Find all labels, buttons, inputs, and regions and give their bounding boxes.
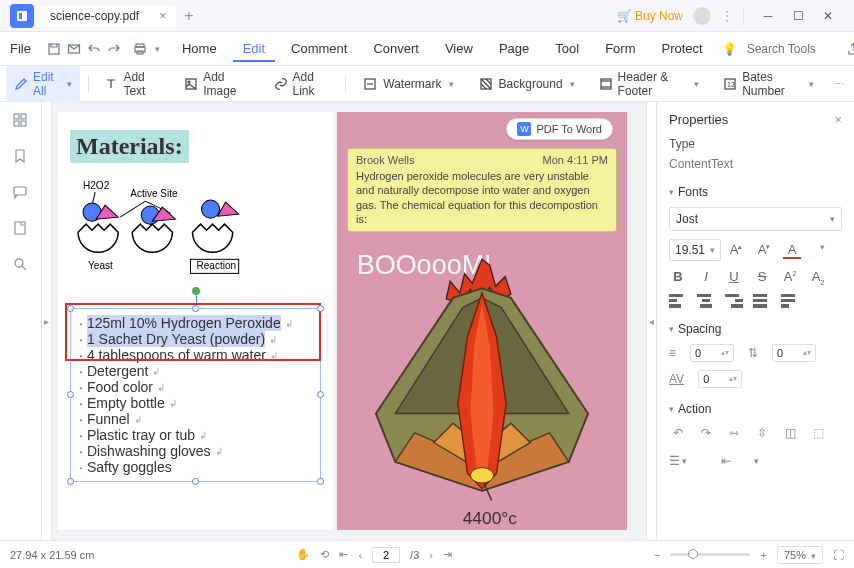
save-icon[interactable]	[47, 38, 61, 60]
underline-icon[interactable]: U	[725, 269, 743, 286]
fit-screen-icon[interactable]: ⛶	[833, 549, 844, 561]
thumbnails-icon[interactable]	[12, 112, 30, 130]
add-text-button[interactable]: Add Text	[96, 66, 168, 102]
background-button[interactable]: Background ▾	[470, 72, 583, 96]
menu-convert[interactable]: Convert	[363, 35, 429, 62]
buy-now-link[interactable]: 🛒 Buy Now	[617, 9, 683, 23]
watermark-button[interactable]: Watermark ▾	[354, 72, 461, 96]
bulb-icon[interactable]: 💡	[719, 38, 741, 60]
rotate-right-icon[interactable]: ↷	[697, 424, 715, 442]
chevron-down-icon[interactable]: ▾	[813, 242, 831, 259]
resize-handle[interactable]	[192, 305, 199, 312]
resize-handle[interactable]	[67, 478, 74, 485]
next-page-icon[interactable]: ›	[429, 549, 433, 561]
align-right-icon[interactable]	[725, 294, 743, 308]
align-center-icon[interactable]	[697, 294, 715, 308]
undo-icon[interactable]	[87, 38, 101, 60]
menu-comment[interactable]: Comment	[281, 35, 357, 62]
reflow-icon[interactable]: ⟲	[320, 548, 329, 561]
resize-handle[interactable]	[317, 305, 324, 312]
print-icon[interactable]	[133, 38, 147, 60]
expand-right-handle[interactable]: ◂	[646, 102, 656, 540]
close-button[interactable]: ✕	[814, 5, 842, 27]
strikethrough-icon[interactable]: S	[753, 269, 771, 286]
extract-icon[interactable]: ⬚	[809, 424, 827, 442]
add-link-button[interactable]: Add Link	[266, 66, 338, 102]
bold-icon[interactable]: B	[669, 269, 687, 286]
align-justify-icon[interactable]	[753, 294, 771, 308]
zoom-dropdown[interactable]: 75% ▾	[777, 546, 823, 564]
menu-tool[interactable]: Tool	[545, 35, 589, 62]
menu-edit[interactable]: Edit	[233, 35, 275, 62]
resize-handle[interactable]	[317, 391, 324, 398]
menu-view[interactable]: View	[435, 35, 483, 62]
para-spacing-input[interactable]: 0▴▾	[772, 344, 816, 362]
rotation-handle[interactable]	[192, 287, 200, 295]
share-icon[interactable]	[843, 38, 854, 60]
font-size-input[interactable]: 19.51▾	[669, 239, 721, 261]
first-page-icon[interactable]: ⇤	[339, 548, 348, 561]
hand-tool-icon[interactable]: ✋	[296, 548, 310, 561]
redo-icon[interactable]	[107, 38, 121, 60]
page-right[interactable]: W PDF To Word Brook Wells Mon 4:11 PM Hy…	[337, 112, 627, 530]
list-options-icon[interactable]: ☰▾	[669, 452, 687, 470]
chevron-down-icon[interactable]: ▾	[747, 452, 765, 470]
page-number-input[interactable]	[372, 547, 400, 563]
comment-note[interactable]: Brook Wells Mon 4:11 PM Hydrogen peroxid…	[347, 148, 617, 232]
bates-number-button[interactable]: 12 Bates Number ▾	[715, 66, 822, 102]
page-left[interactable]: Materials: H2O2 Active Site Yeast	[58, 112, 333, 530]
menu-home[interactable]: Home	[172, 35, 227, 62]
materials-text-box[interactable]: ·125ml 10% Hydrogen Peroxide↲ ·1 Sachet …	[70, 308, 321, 482]
minimize-button[interactable]: ─	[754, 5, 782, 27]
menu-page[interactable]: Page	[489, 35, 539, 62]
menu-protect[interactable]: Protect	[651, 35, 712, 62]
rotate-left-icon[interactable]: ↶	[669, 424, 687, 442]
toolbar-more-icon[interactable]: ⋯	[830, 73, 848, 95]
pdf-to-word-button[interactable]: W PDF To Word	[506, 118, 613, 140]
decrease-font-icon[interactable]: A▾	[755, 242, 773, 259]
tab-document[interactable]: science-copy.pdf ×	[40, 5, 176, 27]
resize-handle[interactable]	[317, 478, 324, 485]
zoom-out-icon[interactable]: −	[654, 549, 660, 561]
resize-handle[interactable]	[192, 478, 199, 485]
zoom-slider[interactable]	[670, 553, 750, 556]
flip-horizontal-icon[interactable]: ⇳	[753, 424, 771, 442]
flip-vertical-icon[interactable]: ⇿	[725, 424, 743, 442]
font-color-icon[interactable]: A	[783, 242, 801, 259]
action-section-header[interactable]: Action	[669, 402, 842, 416]
edit-all-button[interactable]: Edit All ▾	[6, 66, 80, 102]
attachments-icon[interactable]	[12, 220, 30, 238]
maximize-button[interactable]: ☐	[784, 5, 812, 27]
close-panel-icon[interactable]: ×	[834, 112, 842, 127]
zoom-in-icon[interactable]: +	[760, 549, 766, 561]
fonts-section-header[interactable]: Fonts	[669, 185, 842, 199]
print-dropdown-icon[interactable]: ▾	[155, 44, 160, 54]
add-image-button[interactable]: Add Image	[176, 66, 257, 102]
comments-icon[interactable]	[12, 184, 30, 202]
kebab-icon[interactable]: ⋮	[721, 9, 733, 23]
tab-close-icon[interactable]: ×	[159, 9, 166, 23]
mail-icon[interactable]	[67, 38, 81, 60]
indent-icon[interactable]: ⇤	[717, 452, 735, 470]
prev-page-icon[interactable]: ‹	[358, 549, 362, 561]
file-menu[interactable]: File	[10, 41, 31, 56]
subscript-icon[interactable]: A2	[809, 269, 827, 286]
new-tab-button[interactable]: +	[184, 7, 193, 25]
search-tools-input[interactable]	[747, 42, 837, 56]
align-justify-last-icon[interactable]	[781, 294, 799, 308]
expand-left-handle[interactable]: ▸	[42, 102, 52, 540]
crop-icon[interactable]: ◫	[781, 424, 799, 442]
align-left-icon[interactable]	[669, 294, 687, 308]
bookmarks-icon[interactable]	[12, 148, 30, 166]
resize-handle[interactable]	[67, 391, 74, 398]
italic-icon[interactable]: I	[697, 269, 715, 286]
user-avatar[interactable]	[693, 7, 711, 25]
increase-font-icon[interactable]: A▴	[727, 242, 745, 259]
line-spacing-input[interactable]: 0▴▾	[690, 344, 734, 362]
search-panel-icon[interactable]	[12, 256, 30, 274]
char-spacing-input[interactable]: 0▴▾	[698, 370, 742, 388]
font-family-dropdown[interactable]: Jost ▾	[669, 207, 842, 231]
spacing-section-header[interactable]: Spacing	[669, 322, 842, 336]
superscript-icon[interactable]: A2	[781, 269, 799, 286]
last-page-icon[interactable]: ⇥	[443, 548, 452, 561]
